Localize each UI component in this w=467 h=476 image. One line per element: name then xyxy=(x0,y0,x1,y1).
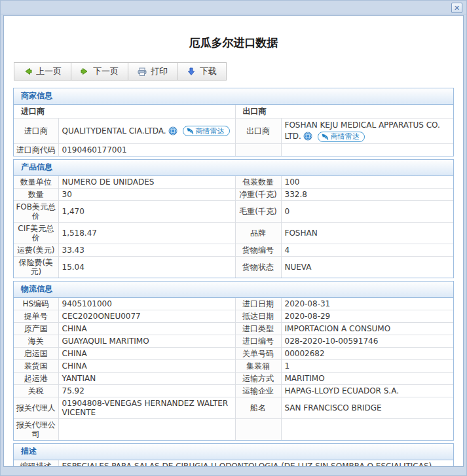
field-label: 进口编号 xyxy=(235,335,281,348)
close-button[interactable]: ✕ xyxy=(451,3,462,13)
field-label: 运输企业 xyxy=(235,385,281,397)
table-row: 运费(美元) 33.43 货物编号 4 xyxy=(14,244,453,257)
field-label: 进口日期 xyxy=(235,298,281,310)
field-value: 9405101000 xyxy=(58,298,235,310)
table-row: HS编码 9405101000 进口日期 2020-08-31 xyxy=(14,298,453,310)
table-row: CIF美元总价 1,518.47 品牌 FOSHAN xyxy=(14,223,453,244)
field-label: 净重(千克) xyxy=(235,189,281,201)
toolbar: 上一页 下一页 打印 下载 xyxy=(14,62,463,81)
field-value: 33.43 xyxy=(58,244,235,257)
prev-page-label: 上一页 xyxy=(36,65,62,77)
field-label: 海关 xyxy=(14,335,58,348)
field-label xyxy=(235,144,281,156)
field-label: HS编码 xyxy=(14,298,58,310)
field-label: CIF美元总价 xyxy=(14,223,58,244)
table-row: 启运国 CHINA 关单号码 00002682 xyxy=(14,348,453,360)
field-value: CEC2020ONEU0077 xyxy=(58,310,235,323)
field-value xyxy=(281,144,453,156)
globe-icon[interactable] xyxy=(303,132,312,141)
description-section: 描述 编码描述 ESPECIALES PARA SALAS DE CIRUGIA… xyxy=(13,443,454,467)
field-label: 提单号 xyxy=(14,310,58,323)
field-value: 01904808-VENEGAS HERNANDEZ WALTER VICENT… xyxy=(58,397,235,419)
business-radar-label: 商情雷达 xyxy=(196,126,225,137)
table-row: 进口商 出口商 xyxy=(14,105,453,119)
field-label: 进口商代码 xyxy=(14,144,58,156)
exporter-value-cell: FOSHAN KEJU MEDICAL APPARATUS CO. LTD. 商… xyxy=(281,119,453,144)
importer-name: QUALITYDENTAL CIA.LTDA. xyxy=(62,126,166,136)
logistics-section: 物流信息 HS编码 9405101000 进口日期 2020-08-31 提单号… xyxy=(13,281,454,441)
print-button[interactable]: 打印 xyxy=(128,62,177,81)
field-value: IMPORTACION A CONSUMO xyxy=(281,323,453,335)
radar-icon xyxy=(186,127,194,135)
field-label: 数量 xyxy=(14,189,58,201)
field-label: 进口类型 xyxy=(235,323,281,335)
field-value: FOSHAN xyxy=(281,223,453,244)
table-row: 提单号 CEC2020ONEU0077 抵达日期 2020-08-29 xyxy=(14,310,453,323)
field-label: 原产国 xyxy=(14,323,58,335)
field-label: 编码描述 xyxy=(14,460,58,467)
field-value: 028-2020-10-00591746 xyxy=(281,335,453,348)
field-label: 关单号码 xyxy=(235,348,281,360)
field-label: 报关代理人 xyxy=(14,397,58,419)
field-label xyxy=(235,419,281,441)
field-value: 4 xyxy=(281,244,453,257)
merchant-table: 进口商 出口商 进口商 QUALITYDENTAL CIA.LTDA. 商情雷达… xyxy=(14,105,453,156)
field-value: 1,518.47 xyxy=(58,223,235,244)
field-value: 15.04 xyxy=(58,257,235,278)
field-value: CHINA xyxy=(58,360,235,373)
field-value xyxy=(58,419,235,441)
field-value: MARITIMO xyxy=(281,373,453,385)
logistics-table: HS编码 9405101000 进口日期 2020-08-31 提单号 CEC2… xyxy=(14,298,453,440)
table-row: 保险费(美元) 15.04 货物状态 NUEVA xyxy=(14,257,453,278)
field-value: 75.92 xyxy=(58,385,235,397)
table-row: 编码描述 ESPECIALES PARA SALAS DE CIRUGIA U … xyxy=(14,460,453,467)
table-row: 装货国 CHINA 集装箱 1 xyxy=(14,360,453,373)
table-row: 报关代理人 01904808-VENEGAS HERNANDEZ WALTER … xyxy=(14,397,453,419)
description-section-title: 描述 xyxy=(14,444,453,460)
importer-value-cell: QUALITYDENTAL CIA.LTDA. 商情雷达 xyxy=(58,119,235,144)
field-label: 启运国 xyxy=(14,348,58,360)
table-row: 报关代理公司 xyxy=(14,419,453,441)
field-label: 船名 xyxy=(235,397,281,419)
download-label: 下载 xyxy=(200,65,217,77)
download-button[interactable]: 下载 xyxy=(177,62,227,81)
business-radar-label: 商情雷达 xyxy=(331,131,360,142)
description-table: 编码描述 ESPECIALES PARA SALAS DE CIRUGIA U … xyxy=(14,460,453,467)
field-value: 332.8 xyxy=(281,189,453,201)
field-value: 0 xyxy=(281,201,453,223)
field-label: 包装数量 xyxy=(235,176,281,189)
table-row: 数量单位 NUMERO DE UNIDADES 包装数量 100 xyxy=(14,176,453,189)
prev-page-button[interactable]: 上一页 xyxy=(14,62,71,81)
field-value: YANTIAN xyxy=(58,373,235,385)
field-value: GUAYAQUIL MARITIMO xyxy=(58,335,235,348)
printer-icon xyxy=(138,67,147,76)
field-label: 运费(美元) xyxy=(14,244,58,257)
field-label: 起运港 xyxy=(14,373,58,385)
field-label: 运输方式 xyxy=(235,373,281,385)
field-label: FOB美元总价 xyxy=(14,201,58,223)
dialog-window: ✕ 厄瓜多尔进口数据 上一页 下一页 打印 xyxy=(0,0,467,476)
next-page-button[interactable]: 下一页 xyxy=(71,62,128,81)
field-value: 00002682 xyxy=(281,348,453,360)
field-value: ESPECIALES PARA SALAS DE CIRUGIA U ODONT… xyxy=(58,460,453,467)
field-value: 2020-08-31 xyxy=(281,298,453,310)
merchant-section-title: 商家信息 xyxy=(14,88,453,105)
field-value: 0190460177001 xyxy=(58,144,235,156)
business-radar-badge[interactable]: 商情雷达 xyxy=(183,126,230,136)
field-label: 保险费(美元) xyxy=(14,257,58,278)
field-label: 进口商 xyxy=(14,119,58,144)
field-value: 30 xyxy=(58,189,235,201)
print-label: 打印 xyxy=(151,65,168,77)
arrow-down-icon xyxy=(187,67,196,75)
importer-column-header: 进口商 xyxy=(14,105,235,119)
table-row: 起运港 YANTIAN 运输方式 MARITIMO xyxy=(14,373,453,385)
dialog-content: 厄瓜多尔进口数据 上一页 下一页 打印 下载 xyxy=(3,15,464,467)
field-label: 报关代理公司 xyxy=(14,419,58,441)
field-value: HAPAG-LLOYD ECUADOR S.A. xyxy=(281,385,453,397)
business-radar-badge[interactable]: 商情雷达 xyxy=(318,132,365,142)
field-label: 品牌 xyxy=(235,223,281,244)
field-value: NUEVA xyxy=(281,257,453,278)
globe-icon[interactable] xyxy=(168,126,177,136)
dialog-titlebar: ✕ xyxy=(1,1,466,14)
table-row: 海关 GUAYAQUIL MARITIMO 进口编号 028-2020-10-0… xyxy=(14,335,453,348)
